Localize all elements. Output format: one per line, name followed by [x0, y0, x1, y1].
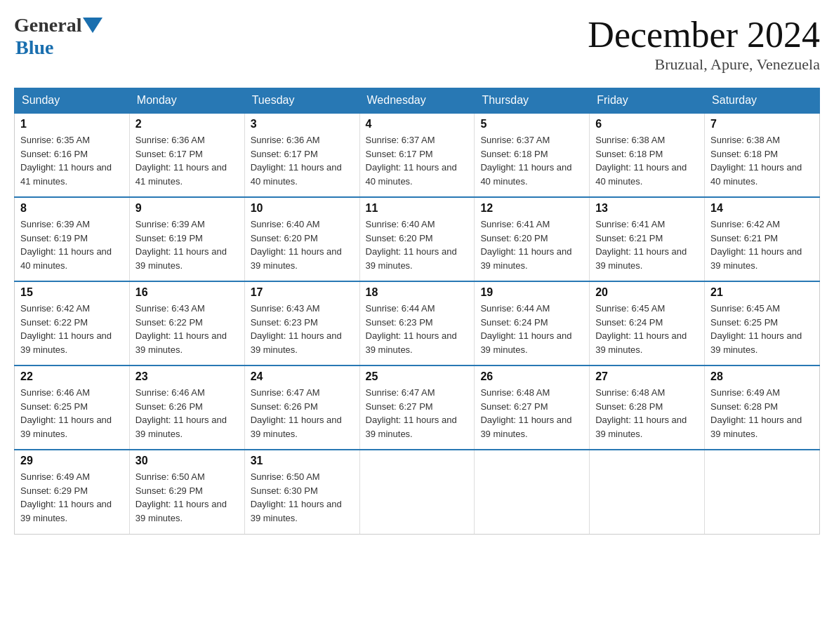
day-info: Sunrise: 6:43 AMSunset: 6:23 PMDaylight:…: [251, 302, 354, 356]
logo-general-text: General: [14, 14, 81, 36]
calendar-week-row: 29Sunrise: 6:49 AMSunset: 6:29 PMDayligh…: [15, 450, 820, 534]
calendar-week-row: 15Sunrise: 6:42 AMSunset: 6:22 PMDayligh…: [15, 281, 820, 365]
day-number: 14: [710, 202, 814, 215]
day-info: Sunrise: 6:35 AMSunset: 6:16 PMDaylight:…: [20, 133, 124, 188]
day-info: Sunrise: 6:36 AMSunset: 6:17 PMDaylight:…: [251, 133, 354, 188]
calendar-week-row: 22Sunrise: 6:46 AMSunset: 6:25 PMDayligh…: [15, 365, 820, 450]
day-number: 12: [480, 202, 583, 215]
calendar-cell: 21Sunrise: 6:45 AMSunset: 6:25 PMDayligh…: [705, 281, 820, 365]
calendar-cell: 27Sunrise: 6:48 AMSunset: 6:28 PMDayligh…: [590, 365, 705, 450]
day-info: Sunrise: 6:47 AMSunset: 6:26 PMDaylight:…: [251, 386, 354, 441]
day-number: 29: [20, 455, 124, 467]
calendar-cell: 3Sunrise: 6:36 AMSunset: 6:17 PMDaylight…: [244, 113, 359, 197]
calendar-cell: 19Sunrise: 6:44 AMSunset: 6:24 PMDayligh…: [475, 281, 590, 365]
calendar-cell: 17Sunrise: 6:43 AMSunset: 6:23 PMDayligh…: [244, 281, 359, 365]
calendar-cell: 16Sunrise: 6:43 AMSunset: 6:22 PMDayligh…: [129, 281, 244, 365]
column-header-friday: Friday: [590, 88, 705, 114]
calendar-title: December 2024: [588, 14, 820, 55]
day-info: Sunrise: 6:47 AMSunset: 6:27 PMDaylight:…: [366, 386, 469, 441]
day-number: 23: [135, 370, 239, 383]
calendar-cell: 6Sunrise: 6:38 AMSunset: 6:18 PMDaylight…: [590, 113, 705, 197]
day-number: 6: [595, 118, 699, 130]
day-number: 1: [20, 118, 124, 130]
calendar-cell: 26Sunrise: 6:48 AMSunset: 6:27 PMDayligh…: [475, 365, 590, 450]
day-number: 26: [480, 370, 583, 383]
calendar-cell: 5Sunrise: 6:37 AMSunset: 6:18 PMDaylight…: [475, 113, 590, 197]
day-number: 25: [366, 370, 469, 383]
column-header-saturday: Saturday: [705, 88, 820, 114]
day-number: 24: [251, 370, 354, 383]
day-number: 15: [20, 286, 124, 299]
day-info: Sunrise: 6:42 AMSunset: 6:21 PMDaylight:…: [710, 217, 814, 272]
calendar-cell: 7Sunrise: 6:38 AMSunset: 6:18 PMDaylight…: [705, 113, 820, 197]
calendar-cell: 23Sunrise: 6:46 AMSunset: 6:26 PMDayligh…: [129, 365, 244, 450]
calendar-table: SundayMondayTuesdayWednesdayThursdayFrid…: [14, 88, 820, 535]
logo-triangle-icon: [83, 18, 102, 33]
column-header-tuesday: Tuesday: [244, 88, 359, 114]
calendar-week-row: 1Sunrise: 6:35 AMSunset: 6:16 PMDaylight…: [15, 113, 820, 197]
column-header-sunday: Sunday: [15, 88, 130, 114]
day-info: Sunrise: 6:40 AMSunset: 6:20 PMDaylight:…: [366, 217, 469, 272]
day-info: Sunrise: 6:48 AMSunset: 6:28 PMDaylight:…: [595, 386, 699, 441]
day-number: 28: [710, 370, 814, 383]
day-info: Sunrise: 6:50 AMSunset: 6:29 PMDaylight:…: [135, 470, 239, 525]
day-number: 7: [710, 118, 814, 130]
calendar-cell: 31Sunrise: 6:50 AMSunset: 6:30 PMDayligh…: [244, 450, 359, 534]
calendar-week-row: 8Sunrise: 6:39 AMSunset: 6:19 PMDaylight…: [15, 197, 820, 281]
day-info: Sunrise: 6:46 AMSunset: 6:26 PMDaylight:…: [135, 386, 239, 441]
calendar-cell: 4Sunrise: 6:37 AMSunset: 6:17 PMDaylight…: [359, 113, 475, 197]
day-number: 9: [135, 202, 239, 215]
calendar-cell: 15Sunrise: 6:42 AMSunset: 6:22 PMDayligh…: [15, 281, 130, 365]
calendar-cell: 13Sunrise: 6:41 AMSunset: 6:21 PMDayligh…: [590, 197, 705, 281]
day-info: Sunrise: 6:40 AMSunset: 6:20 PMDaylight:…: [251, 217, 354, 272]
column-header-wednesday: Wednesday: [359, 88, 475, 114]
day-info: Sunrise: 6:44 AMSunset: 6:24 PMDaylight:…: [480, 302, 583, 356]
day-info: Sunrise: 6:36 AMSunset: 6:17 PMDaylight:…: [135, 133, 239, 188]
day-number: 2: [135, 118, 239, 130]
day-info: Sunrise: 6:43 AMSunset: 6:22 PMDaylight:…: [135, 302, 239, 356]
day-number: 27: [595, 370, 699, 383]
day-info: Sunrise: 6:50 AMSunset: 6:30 PMDaylight:…: [251, 470, 354, 525]
calendar-cell: 29Sunrise: 6:49 AMSunset: 6:29 PMDayligh…: [15, 450, 130, 534]
calendar-cell: [705, 450, 820, 534]
day-number: 13: [595, 202, 699, 215]
day-number: 8: [20, 202, 124, 215]
calendar-cell: [475, 450, 590, 534]
column-header-monday: Monday: [129, 88, 244, 114]
day-info: Sunrise: 6:38 AMSunset: 6:18 PMDaylight:…: [710, 133, 814, 188]
calendar-cell: 2Sunrise: 6:36 AMSunset: 6:17 PMDaylight…: [129, 113, 244, 197]
day-number: 19: [480, 286, 583, 299]
day-info: Sunrise: 6:39 AMSunset: 6:19 PMDaylight:…: [20, 217, 124, 272]
day-info: Sunrise: 6:41 AMSunset: 6:20 PMDaylight:…: [480, 217, 583, 272]
calendar-cell: 9Sunrise: 6:39 AMSunset: 6:19 PMDaylight…: [129, 197, 244, 281]
day-info: Sunrise: 6:49 AMSunset: 6:28 PMDaylight:…: [710, 386, 814, 441]
day-number: 18: [366, 286, 469, 299]
calendar-cell: 1Sunrise: 6:35 AMSunset: 6:16 PMDaylight…: [15, 113, 130, 197]
calendar-header-row: SundayMondayTuesdayWednesdayThursdayFrid…: [15, 88, 820, 114]
day-info: Sunrise: 6:46 AMSunset: 6:25 PMDaylight:…: [20, 386, 124, 441]
calendar-subtitle: Bruzual, Apure, Venezuela: [588, 55, 820, 74]
day-info: Sunrise: 6:37 AMSunset: 6:17 PMDaylight:…: [366, 133, 469, 188]
day-number: 16: [135, 286, 239, 299]
logo: General Blue: [14, 14, 102, 59]
day-number: 17: [251, 286, 354, 299]
day-number: 30: [135, 455, 239, 467]
day-info: Sunrise: 6:49 AMSunset: 6:29 PMDaylight:…: [20, 470, 124, 525]
day-info: Sunrise: 6:39 AMSunset: 6:19 PMDaylight:…: [135, 217, 239, 272]
day-number: 22: [20, 370, 124, 383]
calendar-cell: 18Sunrise: 6:44 AMSunset: 6:23 PMDayligh…: [359, 281, 475, 365]
day-info: Sunrise: 6:41 AMSunset: 6:21 PMDaylight:…: [595, 217, 699, 272]
day-info: Sunrise: 6:45 AMSunset: 6:25 PMDaylight:…: [710, 302, 814, 356]
day-info: Sunrise: 6:48 AMSunset: 6:27 PMDaylight:…: [480, 386, 583, 441]
day-info: Sunrise: 6:44 AMSunset: 6:23 PMDaylight:…: [366, 302, 469, 356]
calendar-cell: [590, 450, 705, 534]
day-number: 10: [251, 202, 354, 215]
day-number: 21: [710, 286, 814, 299]
calendar-cell: 30Sunrise: 6:50 AMSunset: 6:29 PMDayligh…: [129, 450, 244, 534]
logo-blue-text: Blue: [15, 36, 53, 59]
calendar-cell: 14Sunrise: 6:42 AMSunset: 6:21 PMDayligh…: [705, 197, 820, 281]
calendar-cell: 28Sunrise: 6:49 AMSunset: 6:28 PMDayligh…: [705, 365, 820, 450]
calendar-cell: 24Sunrise: 6:47 AMSunset: 6:26 PMDayligh…: [244, 365, 359, 450]
calendar-cell: 11Sunrise: 6:40 AMSunset: 6:20 PMDayligh…: [359, 197, 475, 281]
page-header: General Blue December 2024 Bruzual, Apur…: [14, 14, 820, 74]
